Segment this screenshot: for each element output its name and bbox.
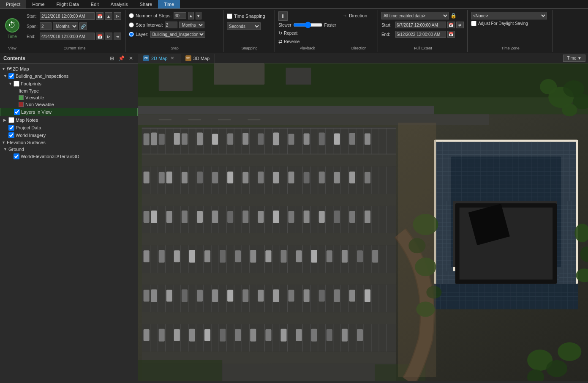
end-label: End:: [27, 34, 38, 39]
group-step: Number of Steps: ▲ ▼ Step Interval: Mont…: [126, 10, 223, 52]
span-unit-select[interactable]: Months Days Hours Minutes Seconds Years: [53, 22, 78, 30]
contents-tree: ▼ 🗺 2D Map ▼ Building_and_Inspections ▼ …: [0, 64, 138, 381]
svg-rect-159: [304, 211, 310, 223]
time-snapping-row: Time Snapping: [227, 11, 272, 21]
world-elevation-check[interactable]: [14, 153, 19, 159]
end-input[interactable]: [40, 33, 95, 40]
contents-close-btn[interactable]: ✕: [128, 55, 134, 62]
svg-rect-203: [220, 250, 226, 263]
group-direction: → Direction Direction: [340, 10, 378, 52]
play-pause-btn[interactable]: ⏸: [278, 11, 288, 21]
tree-item-world-imagery[interactable]: World Imagery: [0, 131, 138, 139]
span-row: Span: Months Days Hours Minutes Seconds …: [27, 22, 122, 31]
svg-rect-152: [197, 211, 203, 223]
tree-item-ground[interactable]: ▼ Ground: [0, 146, 138, 153]
current-time-title: Current Time: [27, 45, 122, 50]
tree-item-layers-in-view[interactable]: Layers In View: [0, 108, 138, 116]
svg-rect-303: [220, 329, 226, 342]
svg-rect-55: [242, 133, 248, 145]
start-down-btn[interactable]: ⊳: [114, 12, 121, 20]
tab-time[interactable]: Time: [158, 0, 180, 8]
contents-pin-btn[interactable]: ⊞: [109, 55, 115, 62]
building-arrow: ▼: [3, 74, 8, 78]
svg-rect-4: [159, 66, 193, 91]
direction-row: → Direction: [343, 11, 375, 20]
extent-start-input[interactable]: [395, 22, 446, 28]
snapping-title: Snapping: [227, 45, 272, 50]
layer-select[interactable]: Building_and_Inspections: [150, 31, 205, 38]
contents-auto-hide-btn[interactable]: 📌: [117, 55, 126, 62]
ribbon-tabs-row: Project Home Flight Data Edit Analysis S…: [0, 0, 588, 9]
num-steps-radio[interactable]: [129, 13, 134, 18]
snapping-content: Time Snapping Seconds Minutes Hours: [227, 11, 272, 45]
non-viewable-label: Non Viewable: [25, 102, 54, 107]
num-steps-input[interactable]: [174, 12, 186, 19]
num-steps-down[interactable]: ▼: [196, 12, 201, 19]
2d-map-tab-close[interactable]: ✕: [170, 56, 175, 60]
span-link-btn[interactable]: 🔗: [79, 22, 87, 30]
contents-icons: ⊞ 📌 ✕: [109, 55, 134, 62]
extent-dropdown[interactable]: All time enabled data>: [381, 12, 449, 19]
ribbon: Project Home Flight Data Edit Analysis S…: [0, 0, 588, 53]
tab-analysis[interactable]: Analysis: [105, 0, 134, 8]
layer-radio[interactable]: [129, 32, 134, 37]
tree-item-building[interactable]: ▼ Building_and_Inspections: [0, 72, 138, 80]
building-check[interactable]: [8, 73, 14, 79]
step-interval-radio[interactable]: [129, 22, 134, 27]
start-input[interactable]: [40, 12, 95, 20]
start-up-btn[interactable]: ▲: [105, 12, 112, 20]
speed-slider[interactable]: [293, 22, 323, 28]
tab-2d-map[interactable]: 2D 2D Map ✕: [138, 54, 180, 63]
end-icon-btn[interactable]: ⊳: [105, 33, 112, 40]
contents-header: Contents ⊞ 📌 ✕: [0, 53, 138, 64]
world-imagery-check[interactable]: [8, 132, 14, 138]
time-badge[interactable]: Time ▼: [563, 55, 585, 62]
map-notes-check[interactable]: [8, 117, 14, 123]
tz-select-row: <None>: [471, 11, 550, 20]
tab-share[interactable]: Share: [134, 0, 158, 8]
time-zone-select[interactable]: <None>: [471, 12, 547, 19]
tab-edit[interactable]: Edit: [85, 0, 105, 8]
tab-project[interactable]: Project: [0, 0, 26, 8]
svg-rect-111: [334, 172, 340, 183]
tree-item-project-data[interactable]: Project Data: [0, 124, 138, 131]
time-snapping-check[interactable]: [227, 14, 232, 19]
start-calendar-btn[interactable]: 📅: [96, 12, 103, 20]
end-calendar-btn[interactable]: 📅: [96, 33, 103, 40]
step-interval-value[interactable]: [165, 22, 177, 28]
extent-start-cal-btn[interactable]: 📅: [447, 22, 455, 28]
footprints-check[interactable]: [14, 81, 19, 87]
time-icon: ⏱: [5, 18, 19, 33]
extent-end-input[interactable]: [395, 31, 446, 38]
svg-point-455: [540, 79, 557, 94]
satellite-view[interactable]: [138, 63, 588, 381]
span-value[interactable]: [40, 22, 52, 30]
tree-item-2d-map[interactable]: ▼ 🗺 2D Map: [0, 66, 138, 72]
seconds-select[interactable]: Seconds Minutes Hours: [227, 22, 261, 30]
group-current-time: Start: 📅 ▲ ⊳ Span: Months Days Hours Min…: [24, 10, 125, 52]
extent-end-cal-btn[interactable]: 📅: [447, 31, 455, 38]
layers-in-view-check[interactable]: [14, 109, 20, 115]
step-interval-unit[interactable]: Months Days Hours: [179, 22, 204, 28]
tree-item-footprints[interactable]: ▼ Footprints: [0, 80, 138, 88]
extent-start-sync-btn[interactable]: ⇄: [456, 22, 464, 28]
tab-3d-map[interactable]: 3D 3D Map: [180, 54, 215, 63]
extent-start-label: Start:: [381, 23, 394, 27]
group-full-extent: All time enabled data> 🔒 Start: 📅 ⇄ End:…: [379, 10, 468, 52]
tree-item-elevation-surfaces[interactable]: ▼ Elevation Surfaces: [0, 139, 138, 146]
svg-rect-212: [357, 250, 363, 262]
num-steps-up[interactable]: ▲: [188, 12, 194, 19]
svg-rect-305: [250, 329, 256, 342]
end-icon2-btn[interactable]: ↠: [114, 33, 121, 40]
tree-item-world-elevation[interactable]: WorldElevation3D/Terrain3D: [0, 153, 138, 160]
adjust-daylight-check[interactable]: [471, 21, 476, 26]
svg-rect-54: [227, 133, 233, 145]
tab-flight-data[interactable]: Flight Data: [51, 0, 85, 8]
svg-rect-249: [151, 289, 157, 302]
project-data-check[interactable]: [8, 125, 14, 131]
tree-item-map-notes[interactable]: ▶ Map Notes: [0, 116, 138, 124]
svg-rect-58: [289, 134, 294, 145]
svg-rect-307: [280, 329, 286, 342]
tab-home[interactable]: Home: [26, 0, 50, 8]
svg-rect-312: [357, 329, 363, 341]
